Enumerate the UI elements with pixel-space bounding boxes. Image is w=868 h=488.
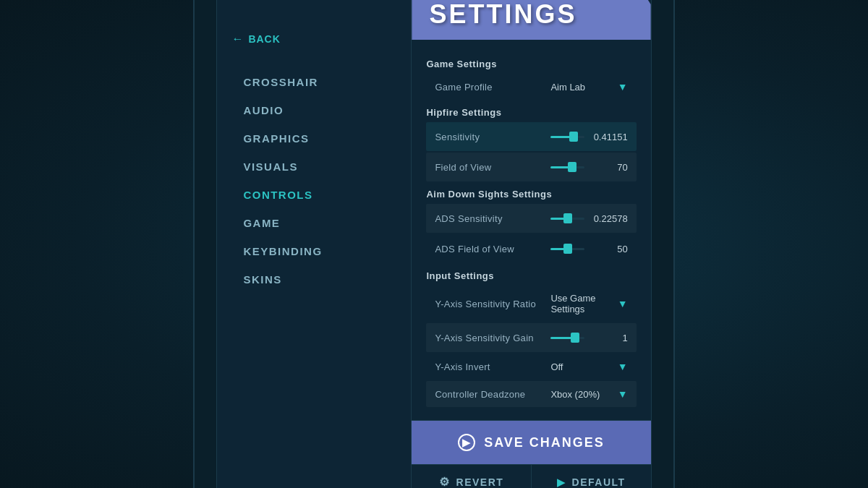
input-settings-header: Input Settings [426, 270, 636, 281]
ads-fov-slider-thumb[interactable] [563, 244, 572, 254]
y-axis-invert-dropdown[interactable]: Off ▼ [550, 361, 627, 372]
sensitivity-slider-container[interactable] [550, 129, 584, 144]
ads-fov-control: 50 [550, 241, 627, 256]
fov-slider-thumb[interactable] [568, 162, 576, 172]
controller-deadzone-label: Controller Deadzone [435, 389, 550, 400]
fov-value: 70 [592, 162, 628, 173]
setting-row-controller-deadzone: Controller Deadzone Xbox (20%) ▼ [426, 381, 636, 407]
y-axis-invert-control: Off ▼ [550, 361, 627, 372]
sidebar-item-graphics[interactable]: GRAPHICS [231, 125, 396, 152]
y-axis-invert-value: Off [550, 361, 563, 372]
y-axis-gain-slider-track [550, 337, 584, 339]
action-buttons: ⚙ REVERT ▶ DEFAULT [412, 464, 650, 488]
ads-fov-slider-track [550, 248, 584, 250]
sidebar-item-controls[interactable]: CONTROLS [231, 181, 396, 208]
default-play-icon: ▶ [557, 476, 566, 488]
settings-content[interactable]: Game Settings Game Profile Aim Lab ▼ Hip… [412, 40, 650, 420]
setting-row-game-profile: Game Profile Aim Lab ▼ [426, 74, 636, 100]
y-axis-ratio-dropdown[interactable]: Use Game Settings ▼ [550, 293, 627, 314]
setting-row-y-axis-invert: Y-Axis Invert Off ▼ [426, 354, 636, 380]
ads-sensitivity-slider-track [550, 218, 584, 220]
game-profile-dropdown[interactable]: Aim Lab ▼ [550, 81, 627, 93]
back-arrow-icon: ← [231, 33, 244, 46]
game-profile-control: Aim Lab ▼ [550, 81, 627, 93]
setting-row-y-axis-gain: Y-Axis Sensitivity Gain 1 [426, 323, 636, 352]
sensitivity-slider-thumb[interactable] [569, 132, 578, 142]
fov-control: 70 [550, 160, 627, 174]
sensitivity-control: 0.41151 [550, 129, 627, 144]
ads-settings-header: Aim Down Sights Settings [426, 189, 636, 200]
sidebar: ← BACK CROSSHAIR AUDIO GRAPHICS VISUALS … [216, 0, 412, 488]
sidebar-item-visuals[interactable]: VISUALS [231, 153, 396, 180]
revert-button[interactable]: ⚙ REVERT [412, 465, 532, 488]
y-axis-ratio-label: Y-Axis Sensitivity Ratio [435, 299, 550, 309]
y-axis-gain-label: Y-Axis Sensitivity Gain [435, 333, 550, 343]
setting-row-y-axis-ratio: Y-Axis Sensitivity Ratio Use Game Settin… [426, 286, 636, 322]
sidebar-item-keybinding[interactable]: KEYBINDING [231, 238, 396, 265]
setting-row-fov: Field of View 70 [426, 153, 636, 181]
y-axis-gain-slider-container[interactable] [550, 330, 584, 345]
revert-label: REVERT [456, 476, 504, 488]
y-axis-ratio-value: Use Game Settings [550, 293, 617, 314]
revert-icon: ⚙ [439, 475, 451, 488]
y-axis-invert-arrow-icon: ▼ [618, 361, 628, 372]
ads-sensitivity-value: 0.22578 [592, 213, 628, 224]
sidebar-item-crosshair[interactable]: CROSSHAIR [231, 69, 396, 95]
controller-deadzone-dropdown[interactable]: Xbox (20%) ▼ [550, 388, 627, 400]
sidebar-navigation: CROSSHAIR AUDIO GRAPHICS VISUALS CONTROL… [217, 69, 411, 293]
game-profile-label: Game Profile [435, 82, 550, 93]
ads-sensitivity-label: ADS Sensitivity [435, 213, 550, 224]
save-changes-icon: ▶ [458, 434, 475, 451]
back-button[interactable]: ← BACK [231, 33, 280, 46]
controller-deadzone-arrow-icon: ▼ [618, 388, 628, 400]
controller-deadzone-value: Xbox (20%) [550, 389, 600, 400]
fov-slider-container[interactable] [550, 160, 584, 174]
fov-slider-track [550, 166, 584, 168]
setting-row-sensitivity: Sensitivity 0.41151 [426, 122, 636, 151]
save-changes-button[interactable]: ▶ SAVE CHANGES [412, 421, 650, 464]
back-label: BACK [248, 33, 280, 45]
y-axis-gain-value: 1 [592, 333, 628, 343]
ads-sensitivity-slider-container[interactable] [550, 211, 584, 226]
y-axis-invert-label: Y-Axis Invert [435, 361, 550, 372]
bottom-area: ▶ SAVE CHANGES ⚙ REVERT ▶ DEFAULT [412, 420, 650, 488]
setting-row-ads-fov: ADS Field of View 50 [426, 234, 636, 263]
fov-label: Field of View [435, 162, 550, 173]
ads-sensitivity-control: 0.22578 [550, 211, 627, 226]
ads-fov-slider-container[interactable] [550, 241, 584, 256]
save-changes-label: SAVE CHANGES [484, 435, 605, 450]
sensitivity-slider-track [550, 136, 584, 138]
default-label: DEFAULT [572, 476, 626, 488]
ads-sensitivity-slider-thumb[interactable] [563, 213, 572, 223]
sidebar-item-audio[interactable]: AUDIO [231, 97, 396, 124]
sidebar-item-skins[interactable]: SKINS [231, 266, 396, 293]
controller-deadzone-control: Xbox (20%) ▼ [550, 388, 627, 400]
sensitivity-value: 0.41151 [592, 132, 628, 142]
y-axis-ratio-control: Use Game Settings ▼ [550, 293, 627, 314]
ads-fov-value: 50 [592, 244, 628, 254]
y-axis-gain-slider-thumb[interactable] [571, 333, 579, 343]
hipfire-settings-header: Hipfire Settings [426, 107, 636, 118]
game-profile-arrow-icon: ▼ [618, 81, 628, 93]
game-settings-header: Game Settings [426, 59, 636, 69]
main-panel: SETTINGS Game Settings Game Profile Aim … [412, 0, 651, 488]
settings-title: SETTINGS [429, 0, 576, 29]
sidebar-item-game[interactable]: GAME [231, 210, 396, 236]
settings-window: ← BACK CROSSHAIR AUDIO GRAPHICS VISUALS … [193, 0, 674, 488]
y-axis-gain-control: 1 [550, 330, 627, 345]
default-button[interactable]: ▶ DEFAULT [532, 465, 651, 488]
ads-fov-label: ADS Field of View [435, 244, 550, 254]
setting-row-ads-sensitivity: ADS Sensitivity 0.22578 [426, 204, 636, 233]
game-profile-value: Aim Lab [550, 82, 585, 93]
y-axis-ratio-arrow-icon: ▼ [618, 298, 628, 309]
settings-header: SETTINGS [412, 0, 650, 40]
sensitivity-label: Sensitivity [435, 132, 550, 142]
